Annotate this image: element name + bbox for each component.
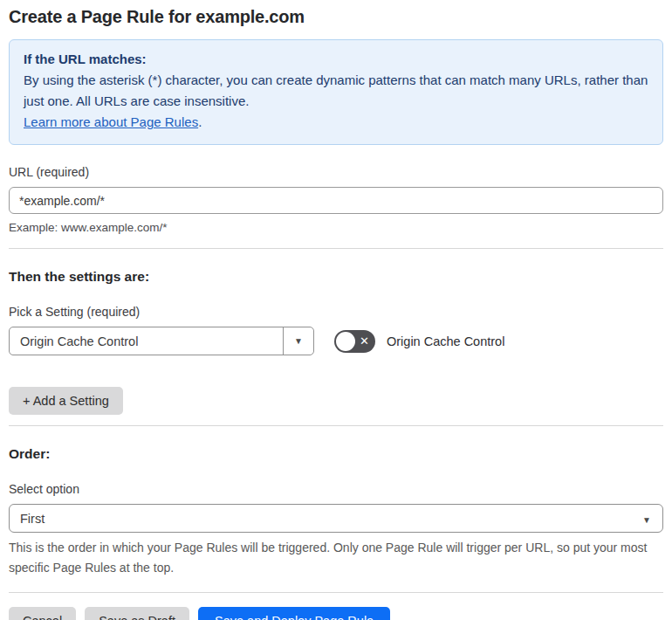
save-as-draft-button[interactable]: Save as Draft [85,607,189,620]
url-input[interactable] [9,187,663,214]
page-rule-form: Create a Page Rule for example.com If th… [0,0,672,620]
cancel-button[interactable]: Cancel [9,607,76,620]
page-title: Create a Page Rule for example.com [9,7,663,27]
setting-select[interactable]: Origin Cache Control ▼ [9,327,314,355]
toggle-knob [336,332,355,351]
save-and-deploy-button[interactable]: Save and Deploy Page Rule [198,607,390,620]
order-select[interactable]: First ▼ [9,504,663,533]
divider [9,425,663,426]
divider [9,248,663,249]
select-option-label: Select option [9,482,663,496]
origin-cache-control-toggle[interactable]: ✕ [334,330,375,353]
toggle-label: Origin Cache Control [387,334,504,348]
order-heading: Order: [9,446,663,462]
info-box-heading: If the URL matches: [24,49,648,70]
setting-select-arrow-button[interactable]: ▼ [283,327,313,355]
order-help-text: This is the order in which your Page Rul… [9,538,663,578]
chevron-down-icon: ▼ [294,337,303,346]
add-setting-button[interactable]: + Add a Setting [9,387,123,415]
settings-heading: Then the settings are: [9,269,663,285]
footer-actions: Cancel Save as Draft Save and Deploy Pag… [9,607,663,620]
info-box-body: By using the asterisk (*) character, you… [24,70,648,112]
url-label: URL (required) [9,165,663,179]
url-example-text: Example: www.example.com/* [9,221,663,234]
pick-setting-label: Pick a Setting (required) [9,305,663,319]
link-suffix: . [198,114,202,129]
info-box-link-line: Learn more about Page Rules. [24,112,648,133]
order-select-value: First [10,512,642,526]
setting-select-value: Origin Cache Control [10,327,283,355]
setting-row: Origin Cache Control ▼ ✕ Origin Cache Co… [9,327,663,355]
divider [9,592,663,593]
learn-more-link[interactable]: Learn more about Page Rules [24,114,198,129]
url-match-info-box: If the URL matches: By using the asteris… [9,39,663,145]
x-icon: ✕ [360,335,369,347]
chevron-down-icon: ▼ [642,511,662,527]
